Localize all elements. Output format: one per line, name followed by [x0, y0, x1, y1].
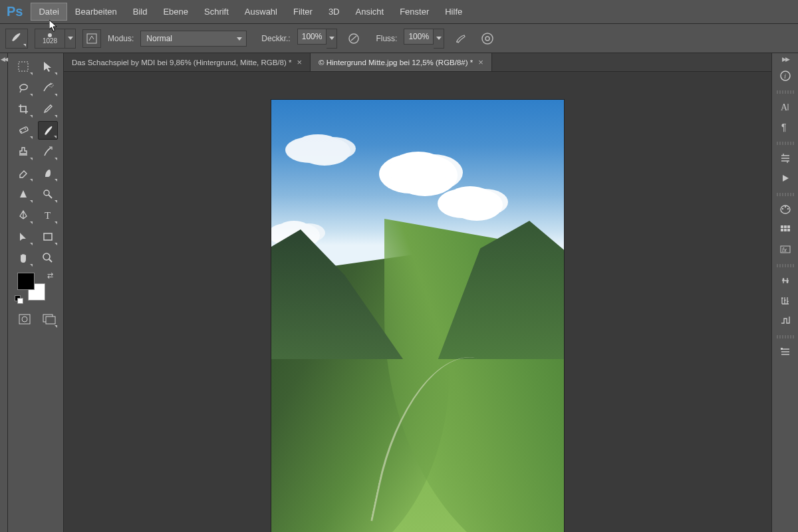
airbrush-toggle[interactable]: [451, 29, 471, 48]
svg-rect-5: [19, 62, 28, 71]
tool-dodge[interactable]: [38, 185, 58, 203]
svg-point-8: [21, 131, 22, 132]
panel-paragraph[interactable]: ¶: [775, 118, 795, 136]
svg-rect-30: [784, 229, 787, 231]
opacity-input[interactable]: 100%: [297, 29, 327, 45]
color-swatches[interactable]: ⇄: [17, 273, 49, 301]
tool-eraser[interactable]: [13, 164, 33, 182]
svg-text:fx: fx: [782, 247, 787, 253]
opacity-label: Deckkr.:: [261, 34, 290, 43]
brush-panel-toggle[interactable]: [82, 29, 101, 48]
tool-hand[interactable]: [13, 249, 33, 267]
document-tabs: Das Schachspiel by MDI bei 9,86% (Hinter…: [64, 53, 771, 72]
tab-label: © Hintergrund Mitte.jpg bei 12,5% (RGB/8…: [319, 59, 473, 66]
svg-rect-12: [44, 233, 52, 240]
collapse-right-icon[interactable]: ▶▶: [782, 56, 789, 63]
tool-marquee[interactable]: [13, 57, 33, 76]
tool-zoom[interactable]: [38, 249, 58, 267]
svg-point-10: [44, 190, 49, 196]
blend-mode-select[interactable]: Normal: [140, 31, 247, 47]
pressure-size-toggle[interactable]: [477, 29, 497, 48]
blend-mode-value: Normal: [146, 34, 172, 43]
menu-ansicht[interactable]: Ansicht: [348, 3, 392, 21]
tool-path-select[interactable]: [13, 227, 33, 246]
svg-point-13: [43, 253, 50, 260]
panel-color[interactable]: [775, 200, 795, 219]
svg-rect-28: [787, 225, 790, 228]
panel-swatches[interactable]: [775, 220, 795, 239]
canvas[interactable]: [271, 100, 564, 532]
tool-preset-picker[interactable]: [5, 29, 28, 49]
svg-rect-17: [46, 317, 55, 324]
panel-character[interactable]: A: [775, 98, 795, 116]
default-colors-icon[interactable]: [15, 295, 23, 303]
tool-move[interactable]: [38, 57, 58, 76]
tool-history-brush[interactable]: [38, 142, 58, 161]
tool-lasso[interactable]: [13, 78, 33, 97]
menu-bearbeiten[interactable]: Bearbeiten: [67, 3, 125, 21]
svg-rect-14: [19, 315, 30, 324]
flow-dropdown[interactable]: [434, 29, 444, 49]
tool-quickmask[interactable]: [16, 310, 34, 329]
options-bar: 1028 Modus: Normal Deckkr.: 100% Fluss: …: [0, 24, 798, 53]
tablet-pressure-icon: [347, 33, 360, 45]
svg-rect-7: [19, 126, 28, 134]
svg-rect-26: [781, 225, 783, 228]
flow-input[interactable]: 100%: [404, 29, 434, 45]
tool-brush[interactable]: [38, 121, 58, 140]
tab-document-2[interactable]: © Hintergrund Mitte.jpg bei 12,5% (RGB/8…: [311, 53, 492, 71]
target-icon: [480, 32, 495, 45]
tab-document-1[interactable]: Das Schachspiel by MDI bei 9,86% (Hinter…: [64, 53, 311, 71]
panel-adjustments-3[interactable]: [775, 311, 795, 330]
foreground-color[interactable]: [17, 273, 35, 290]
toolbox-collapse-strip[interactable]: ◀◀: [0, 53, 8, 532]
tool-screenmode[interactable]: [41, 310, 59, 329]
tool-eyedropper[interactable]: [38, 100, 58, 118]
menu-3d[interactable]: 3D: [321, 3, 348, 21]
panel-adjustments-1[interactable]: [775, 271, 795, 290]
menu-bild[interactable]: Bild: [125, 3, 156, 21]
panel-actions[interactable]: [775, 149, 795, 168]
panel-layers[interactable]: [775, 342, 795, 361]
close-icon[interactable]: ×: [478, 57, 483, 67]
brush-size-value: 1028: [43, 37, 57, 45]
menu-schrift[interactable]: Schrift: [196, 3, 237, 21]
svg-point-23: [781, 208, 783, 209]
collapse-left-icon: ◀◀: [1, 56, 7, 532]
tool-quick-select[interactable]: [38, 78, 58, 97]
svg-point-15: [22, 317, 27, 322]
tab-label: Das Schachspiel by MDI bei 9,86% (Hinter…: [72, 59, 291, 66]
panel-play[interactable]: [775, 169, 795, 188]
opacity-dropdown[interactable]: [327, 29, 337, 49]
menu-filter[interactable]: Filter: [285, 3, 321, 21]
menu-fenster[interactable]: Fenster: [392, 3, 437, 21]
menu-ebene[interactable]: Ebene: [155, 3, 196, 21]
menu-hilfe[interactable]: Hilfe: [437, 3, 470, 21]
svg-point-35: [786, 281, 788, 283]
tool-gradient[interactable]: [38, 164, 58, 182]
airbrush-icon: [454, 33, 467, 45]
panel-styles[interactable]: fx: [775, 240, 795, 259]
pressure-opacity-toggle[interactable]: [344, 29, 364, 48]
svg-point-24: [784, 206, 785, 207]
tool-type[interactable]: T: [38, 206, 58, 225]
tool-crop[interactable]: [13, 100, 33, 118]
tool-stamp[interactable]: [13, 142, 33, 161]
brush-preset-picker[interactable]: 1028: [35, 29, 65, 49]
tool-healing[interactable]: [13, 121, 33, 140]
tool-pen[interactable]: [13, 206, 33, 225]
panel-info[interactable]: i: [775, 66, 795, 85]
canvas-viewport[interactable]: [64, 72, 771, 532]
tool-shape[interactable]: [38, 227, 58, 246]
menu-datei[interactable]: Datei: [31, 3, 66, 21]
brush-preset-dropdown[interactable]: [65, 29, 76, 49]
menu-bar: Ps Datei Bearbeiten Bild Ebene Schrift A…: [0, 0, 798, 24]
close-icon[interactable]: ×: [297, 57, 302, 67]
menu-auswahl[interactable]: Auswahl: [237, 3, 285, 21]
panel-adjustments-2[interactable]: [775, 291, 795, 310]
brush-panel-icon: [86, 33, 98, 45]
svg-rect-27: [784, 225, 787, 228]
tool-blur[interactable]: [13, 185, 33, 203]
svg-text:T: T: [45, 210, 51, 221]
swap-colors-icon[interactable]: ⇄: [47, 271, 53, 280]
